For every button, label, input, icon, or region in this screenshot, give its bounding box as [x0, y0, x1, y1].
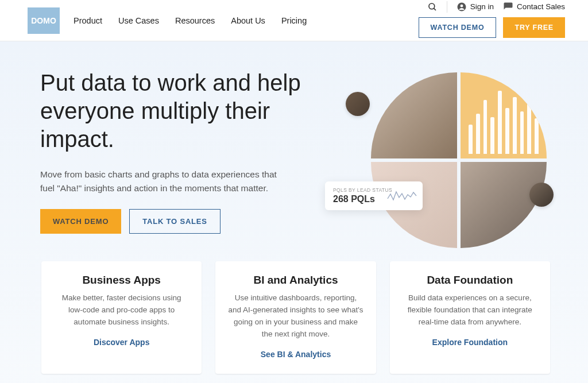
nav-use-cases[interactable]: Use Cases [118, 16, 159, 25]
hero-section: Put data to work and help everyone multi… [0, 41, 588, 383]
main-nav: Product Use Cases Resources About Us Pri… [74, 16, 307, 25]
feature-cards: Business Apps Make better, faster decisi… [40, 261, 551, 374]
logo[interactable]: DOMO [28, 7, 60, 34]
hero-cta-row: WATCH DEMO TALK TO SALES [40, 209, 316, 234]
card-link-explore-foundation[interactable]: Explore Foundation [403, 338, 537, 347]
logo-text: DOMO [31, 16, 56, 25]
card-desc: Build data experiences on a secure, flex… [403, 292, 537, 328]
card-title: Business Apps [54, 274, 189, 287]
sign-in-label: Sign in [470, 2, 494, 11]
header-cta-row: WATCH DEMO TRY FREE [419, 17, 565, 38]
svg-point-0 [429, 3, 435, 9]
sign-in-link[interactable]: Sign in [457, 2, 494, 12]
pql-stat-card: PQLS BY LEAD STATUS 268 PQLs [325, 181, 423, 210]
header-top-row: Sign in Contact Sales [427, 1, 565, 13]
search-icon[interactable] [427, 2, 438, 12]
nav-pricing[interactable]: Pricing [281, 16, 307, 25]
hero-title: Put data to work and help everyone multi… [40, 69, 316, 153]
card-bi-analytics: BI and Analytics Use intuitive dashboard… [215, 261, 376, 374]
card-link-discover-apps[interactable]: Discover Apps [54, 338, 189, 347]
svg-line-1 [434, 8, 436, 10]
separator [447, 1, 447, 13]
nav-product[interactable]: Product [74, 16, 102, 25]
nav-about-us[interactable]: About Us [231, 16, 265, 25]
collage-avatar-1 [346, 92, 370, 116]
card-business-apps: Business Apps Make better, faster decisi… [41, 261, 202, 374]
hero-talk-to-sales-button[interactable]: TALK TO SALES [129, 209, 220, 234]
card-data-foundation: Data Foundation Build data experiences o… [390, 261, 550, 374]
collage-photo-top-left [371, 72, 457, 158]
nav-resources[interactable]: Resources [175, 16, 215, 25]
collage-photo-bottom-right [461, 162, 547, 248]
svg-point-3 [460, 4, 463, 7]
card-desc: Use intuitive dashboards, reporting, and… [228, 292, 363, 341]
hero-subtitle: Move from basic charts and graphs to dat… [40, 168, 293, 195]
main-header: DOMO Product Use Cases Resources About U… [0, 0, 588, 41]
hero-collage: PQLS BY LEAD STATUS 268 PQLs [335, 72, 554, 273]
hero-content: Put data to work and help everyone multi… [40, 69, 316, 234]
header-right: Sign in Contact Sales WATCH DEMO TRY FRE… [419, 3, 565, 38]
try-free-button[interactable]: TRY FREE [503, 17, 565, 38]
sparkline-icon [387, 188, 417, 203]
watch-demo-button[interactable]: WATCH DEMO [419, 17, 497, 38]
chat-icon [503, 2, 513, 12]
card-title: BI and Analytics [228, 274, 363, 287]
contact-sales-label: Contact Sales [517, 2, 565, 11]
contact-sales-link[interactable]: Contact Sales [503, 2, 565, 12]
user-icon [457, 2, 467, 12]
collage-bar-chart [461, 72, 547, 158]
card-desc: Make better, faster decisions using low-… [54, 292, 189, 328]
card-link-bi-analytics[interactable]: See BI & Analytics [228, 350, 363, 359]
card-title: Data Foundation [403, 274, 537, 287]
hero-watch-demo-button[interactable]: WATCH DEMO [40, 209, 121, 234]
collage-avatar-2 [529, 183, 554, 207]
